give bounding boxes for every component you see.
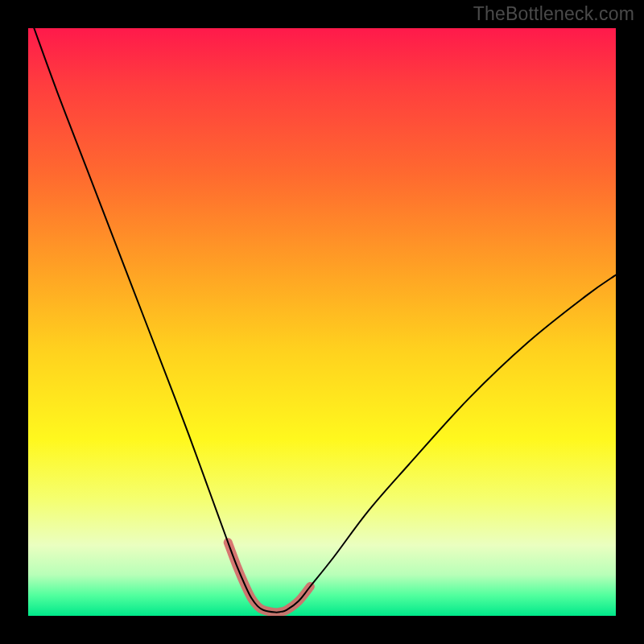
watermark-text: TheBottleneck.com: [473, 3, 634, 25]
chart-svg: [28, 28, 616, 616]
chart-frame: TheBottleneck.com: [0, 0, 644, 644]
chart-plot-area: [28, 28, 616, 616]
gradient-background: [28, 28, 616, 616]
